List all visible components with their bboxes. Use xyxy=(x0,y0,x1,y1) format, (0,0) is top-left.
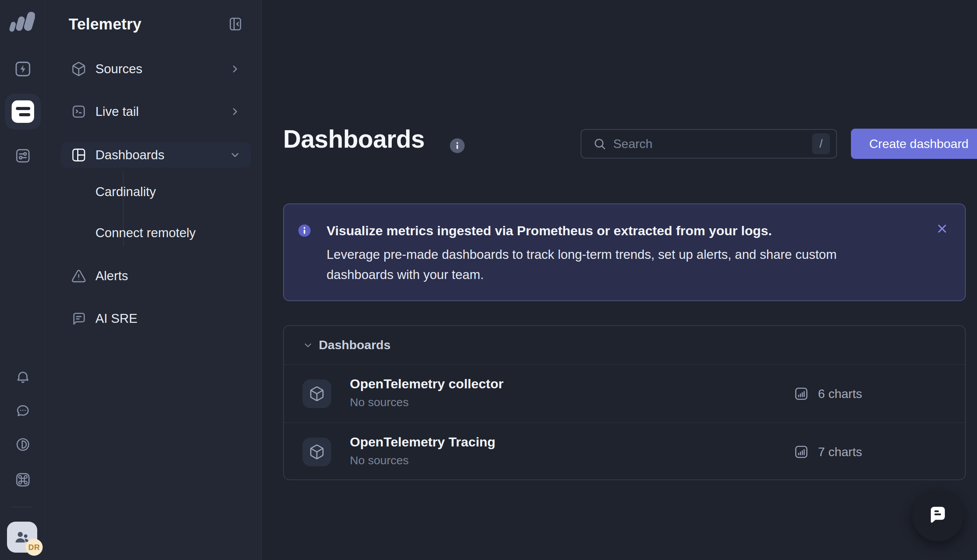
chat-launcher-button[interactable] xyxy=(912,490,963,541)
search-input[interactable] xyxy=(613,137,805,151)
sidebar-item-label: Alerts xyxy=(95,269,128,283)
sidebar-item-label: Live tail xyxy=(95,104,139,119)
create-dashboard-button[interactable]: Create dashboard xyxy=(851,129,977,159)
warning-triangle-icon xyxy=(71,268,86,284)
bell-icon[interactable] xyxy=(5,359,41,395)
icon-rail: DR xyxy=(0,0,46,560)
sidebar-nav: Telemetry Sources Live tail xyxy=(46,0,262,560)
bar-chart-icon xyxy=(794,445,809,459)
search-shortcut-badge: / xyxy=(812,133,830,154)
sidebar-item-cardinality[interactable]: Cardinality xyxy=(61,179,251,205)
sidebar-item-ai-sre[interactable]: AI SRE xyxy=(61,306,251,331)
sliders-icon[interactable] xyxy=(5,138,41,174)
sidebar-item-dashboards[interactable]: Dashboards xyxy=(61,142,251,168)
command-icon[interactable] xyxy=(5,462,41,498)
sidebar-item-sources[interactable]: Sources xyxy=(61,56,251,82)
dashboard-subtitle: No sources xyxy=(350,395,503,410)
pipeline-icon[interactable] xyxy=(5,51,41,87)
collapse-sidebar-icon[interactable] xyxy=(227,15,244,33)
chevron-right-icon xyxy=(229,63,241,75)
chevron-right-icon xyxy=(229,106,241,117)
user-initials-badge[interactable]: DR xyxy=(26,539,43,556)
logs-icon[interactable] xyxy=(5,94,41,129)
sidebar-item-alerts[interactable]: Alerts xyxy=(61,263,251,289)
charts-count: 7 charts xyxy=(818,445,862,459)
chat-dots-icon[interactable] xyxy=(5,393,41,429)
sidebar-item-live-tail[interactable]: Live tail xyxy=(61,99,251,124)
sidebar-item-connect-remotely[interactable]: Connect remotely xyxy=(61,220,251,246)
terminal-icon xyxy=(71,104,86,119)
dashboard-title: OpenTelemetry Tracing xyxy=(350,434,495,450)
chevron-down-icon xyxy=(229,149,241,161)
dashboard-subtitle: No sources xyxy=(350,453,495,468)
app-title: Telemetry xyxy=(69,16,142,33)
bar-chart-icon xyxy=(794,386,809,401)
dashboards-section-header[interactable]: Dashboards xyxy=(284,326,965,365)
dashboard-row[interactable]: OpenTelemetry collector No sources 6 cha… xyxy=(284,365,965,423)
chat-bubble-icon xyxy=(926,504,950,528)
cube-icon xyxy=(71,61,86,77)
charts-count: 6 charts xyxy=(818,387,862,401)
search-icon xyxy=(593,137,606,150)
section-header-label: Dashboards xyxy=(319,338,391,352)
page-info-icon[interactable] xyxy=(450,138,465,153)
mezmo-logo-icon[interactable] xyxy=(9,12,35,33)
sidebar-item-label: Connect remotely xyxy=(95,226,196,240)
contrast-icon[interactable] xyxy=(5,427,41,462)
sidebar-item-label: Dashboards xyxy=(95,148,164,162)
cube-icon xyxy=(303,379,331,408)
info-banner: Visualize metrics ingested via Prometheu… xyxy=(283,203,966,301)
sidebar-item-label: Cardinality xyxy=(95,184,156,199)
dashboard-layout-icon xyxy=(71,147,86,163)
dashboard-title: OpenTelemetry collector xyxy=(350,376,503,392)
dashboard-row[interactable]: OpenTelemetry Tracing No sources 7 chart… xyxy=(284,423,965,481)
cube-icon xyxy=(303,438,331,466)
main-content: Dashboards / Create dashboard Visua xyxy=(262,0,977,560)
rail-divider xyxy=(12,507,32,507)
sidebar-item-label: AI SRE xyxy=(95,311,137,326)
message-square-icon xyxy=(71,311,86,326)
chevron-down-icon xyxy=(303,340,313,351)
sidebar-item-label: Sources xyxy=(95,62,142,76)
banner-title: Visualize metrics ingested via Prometheu… xyxy=(327,223,772,238)
dashboards-list-card: Dashboards OpenTelemetry collector No so… xyxy=(283,325,966,480)
close-icon[interactable] xyxy=(935,222,949,235)
info-icon xyxy=(297,223,312,238)
page-title: Dashboards xyxy=(283,125,425,153)
banner-body: Leverage pre-made dashboards to track lo… xyxy=(327,245,901,285)
search-input-container: / xyxy=(581,129,837,159)
